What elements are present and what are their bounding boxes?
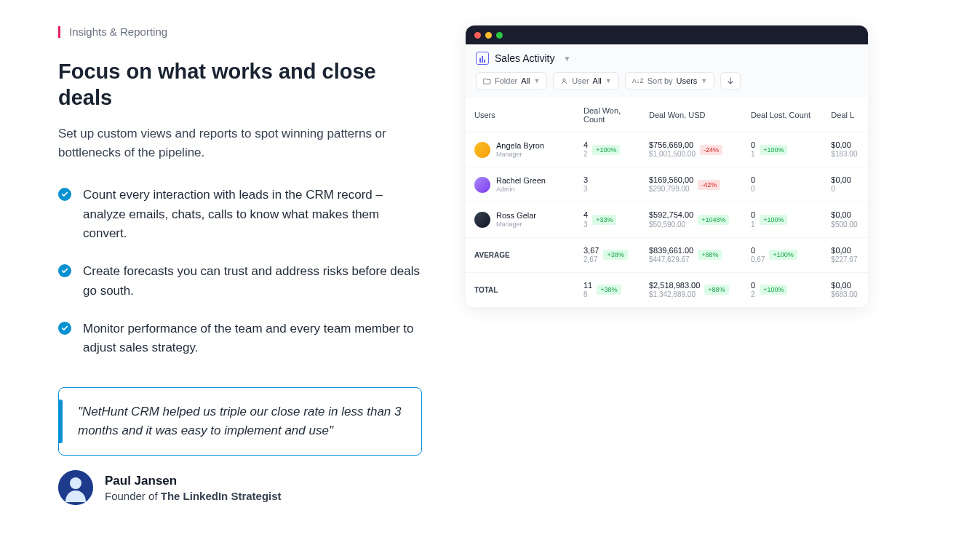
col-won-count[interactable]: Deal Won, Count [575,98,640,132]
change-badge: +100% [760,145,787,155]
value-cell: $0,00$500.00 [822,202,868,237]
value-cell: 00 [742,167,822,202]
arrow-down-icon [727,77,734,84]
col-won-usd[interactable]: Deal Won, USD [640,98,742,132]
change-badge: -24% [700,145,722,155]
table-row[interactable]: Ross GelarManager43+33%$592,754.00$50,59… [466,202,868,237]
value-cell: $0,00$683.00 [822,272,868,307]
caret-icon: ▼ [701,77,707,84]
change-badge: +33% [592,215,616,225]
quote-accent [59,400,63,444]
bullet-list: Count every interaction with leads in th… [58,186,422,357]
user-filter[interactable]: User All ▼ [553,72,618,90]
value-cell: 01+100% [742,202,822,237]
value-cell: $0,000 [822,167,868,202]
bullet-text: Count every interaction with leads in th… [83,186,422,243]
check-icon [58,322,71,335]
app-window: Sales Activity ▼ Folder All ▼ User All ▼ [466,25,868,308]
summary-row: TOTAL118+38%$2,518,983.00$1,342,889.00+8… [466,272,868,307]
table-row[interactable]: Angela ByronManager42+100%$756,669,00$1,… [466,132,868,167]
data-table: Users Deal Won, Count Deal Won, USD Deal… [466,98,868,308]
sort-direction-button[interactable] [720,72,741,90]
table-header-row: Users Deal Won, Count Deal Won, USD Deal… [466,98,868,132]
value-cell: $839,661.00$447,629.67+88% [640,237,742,272]
attribution: Paul Jansen Founder of The LinkedIn Stra… [58,470,422,505]
check-icon [58,188,71,201]
user-avatar [474,177,490,193]
svg-point-1 [70,477,81,489]
user-cell: Ross GelarManager [466,202,575,237]
sort-filter[interactable]: A↓Z Sort by Users ▼ [625,72,715,90]
minimize-dot[interactable] [485,32,492,39]
value-cell: $0,00$183.00 [822,132,868,167]
value-cell: 42+100% [575,132,640,167]
folder-icon [483,78,491,84]
value-cell: 00,67+100% [742,237,822,272]
change-badge: -42% [698,180,720,190]
title-caret-icon[interactable]: ▼ [563,55,570,63]
bullet-item: Count every interaction with leads in th… [58,186,422,243]
change-badge: +88% [698,250,722,260]
change-badge: +100% [760,285,787,295]
caret-icon: ▼ [533,77,540,84]
chart-icon [476,52,489,65]
change-badge: +1048% [698,215,729,225]
value-cell: 43+33% [575,202,640,237]
value-cell: 01+100% [742,132,822,167]
value-cell: 33 [575,167,640,202]
change-badge: +100% [769,250,797,260]
value-cell: $0,00$227.67 [822,237,868,272]
value-cell: 3,672,67+38% [575,237,640,272]
sort-az-icon: A↓Z [632,77,644,84]
user-cell: Angela ByronManager [466,132,575,167]
headline: Focus on what works and close deals [58,58,422,111]
value-cell: 02+100% [742,272,822,307]
caret-icon: ▼ [605,77,612,84]
col-lost-usd[interactable]: Deal L [822,98,868,132]
user-avatar [474,142,490,158]
author-avatar [58,470,93,505]
change-badge: +100% [760,215,787,225]
close-dot[interactable] [474,32,481,39]
change-badge: +38% [603,250,627,260]
user-cell: Rachel GreenAdmin [466,167,575,202]
user-icon [560,78,568,84]
change-badge: +38% [597,285,621,295]
bullet-item: Create forecasts you can trust and addre… [58,262,422,301]
quote-text: "NetHunt CRM helped us triple our close … [78,402,402,441]
change-badge: +88% [704,285,728,295]
quote-box: "NetHunt CRM helped us triple our close … [58,387,422,456]
titlebar [466,25,868,44]
author-name: Paul Jansen [105,474,282,488]
value-cell: $592,754.00$50,590.00+1048% [640,202,742,237]
author-role: Founder of The LinkedIn Strategist [105,490,282,502]
app-title: Sales Activity [495,52,554,64]
table-row[interactable]: Rachel GreenAdmin33$169,560,00$290,799.0… [466,167,868,202]
user-avatar [474,212,490,228]
filter-bar: Folder All ▼ User All ▼ A↓Z Sort by User… [466,72,868,98]
value-cell: $756,669,00$1,001,500.00-24% [640,132,742,167]
value-cell: 118+38% [575,272,640,307]
eyebrow-text: Insights & Reporting [69,25,167,38]
eyebrow-accent [58,26,60,38]
value-cell: $169,560,00$290,799.00-42% [640,167,742,202]
change-badge: +100% [592,145,620,155]
eyebrow: Insights & Reporting [58,25,422,38]
col-users[interactable]: Users [466,98,575,132]
svg-point-2 [563,79,565,81]
bullet-text: Create forecasts you can trust and addre… [83,262,422,301]
bullet-text: Monitor performance of the team and ever… [83,319,422,358]
subhead: Set up custom views and reports to spot … [58,124,422,163]
value-cell: $2,518,983.00$1,342,889.00+88% [640,272,742,307]
summary-label: AVERAGE [466,237,575,272]
summary-row: AVERAGE3,672,67+38%$839,661.00$447,629.6… [466,237,868,272]
folder-filter[interactable]: Folder All ▼ [476,72,547,90]
maximize-dot[interactable] [496,32,503,39]
bullet-item: Monitor performance of the team and ever… [58,319,422,358]
col-lost-count[interactable]: Deal Lost, Count [742,98,822,132]
summary-label: TOTAL [466,272,575,307]
check-icon [58,264,71,277]
app-header: Sales Activity ▼ [466,44,868,72]
